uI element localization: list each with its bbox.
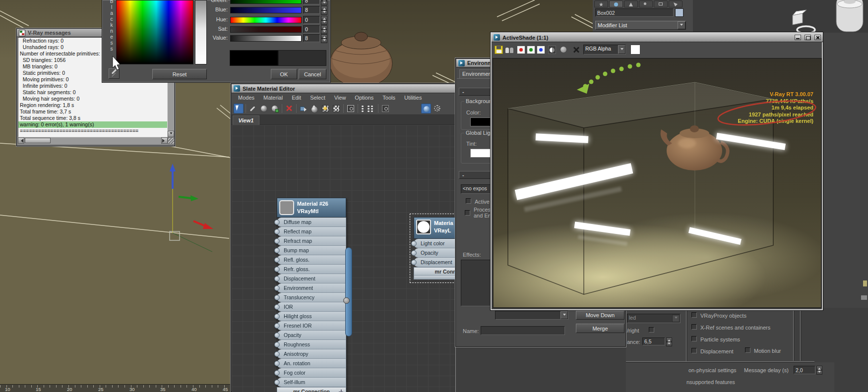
slider-value[interactable]: 0 (303, 25, 320, 33)
move-down-button[interactable]: Move Down (576, 311, 624, 320)
channel-dropdown[interactable]: RGB Alpha (583, 45, 626, 55)
expand-plus-icon[interactable] (339, 390, 343, 392)
chevron-down-icon[interactable] (678, 21, 685, 29)
menu-item[interactable]: Utilities (400, 95, 426, 101)
eyedropper-button[interactable] (109, 68, 120, 79)
menu-item[interactable]: View (330, 95, 351, 101)
slot-connector-icon[interactable] (274, 257, 280, 263)
slider-track[interactable] (230, 26, 302, 33)
message-delay-field[interactable] (794, 366, 815, 374)
slot-connector-icon[interactable] (274, 238, 280, 244)
node-slot[interactable]: Fog color (277, 368, 346, 378)
node-output-connector[interactable] (343, 297, 350, 304)
motion-tab-icon[interactable] (639, 0, 653, 7)
active-checkbox[interactable] (466, 198, 471, 204)
node-slot[interactable]: Environment (277, 283, 346, 293)
clear-icon[interactable] (572, 46, 580, 54)
maximize-button[interactable] (805, 35, 811, 40)
distance-field[interactable] (642, 337, 665, 345)
menu-item[interactable]: Material (259, 95, 287, 101)
resize-grip[interactable] (168, 138, 174, 144)
reset-button[interactable]: Reset (152, 69, 207, 79)
node-slot[interactable]: Displacement (277, 274, 346, 283)
node-slot[interactable]: Refr. gloss. (277, 265, 346, 274)
modify-tab-icon[interactable] (609, 0, 623, 7)
node-resize-strip[interactable] (414, 276, 455, 280)
slider-value[interactable]: 8 (303, 34, 320, 42)
menu-item[interactable]: Modes (234, 95, 259, 101)
slider-value[interactable]: 0 (303, 16, 320, 24)
background-color-swatch[interactable] (630, 45, 640, 55)
left-right-checkbox[interactable] (649, 327, 654, 333)
slot-connector-icon[interactable] (274, 333, 280, 338)
save-icon[interactable] (495, 46, 503, 54)
node-slot[interactable]: Refract map (277, 236, 346, 246)
node-slot[interactable]: IOR (277, 302, 346, 312)
menu-item[interactable]: Select (306, 95, 330, 101)
slider-spinner[interactable] (321, 0, 327, 4)
slot-connector-icon[interactable] (411, 260, 417, 265)
menu-item[interactable]: Tools (378, 95, 400, 101)
slot-connector-icon[interactable] (274, 229, 280, 234)
process-checkbox[interactable] (465, 210, 470, 216)
display-tab-icon[interactable] (654, 0, 668, 7)
slot-connector-icon[interactable] (274, 220, 280, 225)
vraylight-node[interactable]: Materia VRayL Light color Opacity Displa… (414, 217, 455, 280)
slider-value[interactable]: 8 (303, 6, 320, 14)
shaded-preview-icon[interactable] (421, 104, 431, 113)
slot-connector-icon[interactable] (274, 248, 280, 253)
red-channel-icon[interactable] (517, 46, 525, 54)
slot-connector-icon[interactable] (274, 380, 280, 385)
create-tab-icon[interactable] (594, 0, 608, 7)
timeline-ruler[interactable]: 1015202530354045 (0, 384, 232, 392)
node-scroll-bar[interactable] (345, 247, 352, 336)
cancel-button[interactable]: Cancel (299, 69, 326, 79)
slot-connector-icon[interactable] (274, 342, 280, 347)
secondary-viewport[interactable] (693, 0, 868, 33)
node-slot[interactable]: Refl. gloss. (277, 255, 346, 265)
slot-connector-icon[interactable] (274, 361, 280, 366)
effect-name-field[interactable] (481, 326, 565, 335)
option-checkbox[interactable] (691, 348, 697, 353)
utilities-tab-icon[interactable] (669, 0, 682, 7)
alpha-channel-icon[interactable] (548, 46, 556, 54)
node-header[interactable]: Materia VRayL (414, 217, 455, 239)
object-color-swatch[interactable] (675, 8, 683, 17)
slate-canvas[interactable]: Material #26 VRayMtl Diffuse map Reflect… (232, 125, 455, 392)
effects-dropdown[interactable] (495, 311, 568, 320)
slider-value[interactable]: 8 (303, 0, 320, 4)
message-delay-spinner[interactable] (816, 366, 822, 374)
slider-spinner[interactable] (321, 16, 327, 24)
clone-icon[interactable] (505, 46, 514, 54)
node-slot[interactable]: Anisotropy (277, 349, 346, 359)
slot-connector-icon[interactable] (411, 250, 417, 256)
layout-icon[interactable] (360, 104, 365, 113)
object-name-field[interactable] (595, 8, 674, 17)
node-slot[interactable]: Translucency (277, 293, 346, 302)
pick-material-icon[interactable] (248, 104, 258, 113)
slot-connector-icon[interactable] (274, 314, 280, 319)
hierarchy-tab-icon[interactable] (624, 0, 638, 7)
node-slot[interactable]: Bump map (277, 246, 346, 255)
option-checkbox[interactable] (691, 312, 697, 318)
node-slot[interactable]: An. rotation (277, 359, 346, 368)
pan-icon[interactable] (366, 104, 376, 113)
delete-icon[interactable] (284, 104, 294, 113)
node-slot[interactable]: Reflect map (277, 227, 346, 236)
slider-spinner[interactable] (321, 25, 327, 33)
mr-connection-footer[interactable]: mr Connec (414, 267, 455, 276)
slider-spinner[interactable] (321, 34, 327, 42)
chevron-down-icon[interactable] (618, 45, 625, 54)
option-checkbox[interactable] (691, 336, 697, 341)
motion-blur-checkbox[interactable] (745, 347, 750, 353)
node-slot[interactable]: Hilight gloss (277, 312, 346, 321)
node-slot[interactable]: Opacity (414, 248, 455, 258)
green-channel-icon[interactable] (527, 46, 535, 54)
distance-spinner[interactable] (666, 337, 672, 345)
node-slot[interactable]: Self-illum (277, 378, 346, 387)
chevron-down-icon[interactable] (560, 311, 568, 319)
close-button[interactable] (814, 35, 821, 40)
view1-tab[interactable]: View1 (233, 115, 259, 125)
settings-gear-icon[interactable] (433, 104, 442, 113)
node-slot[interactable]: Displacement (414, 258, 455, 267)
